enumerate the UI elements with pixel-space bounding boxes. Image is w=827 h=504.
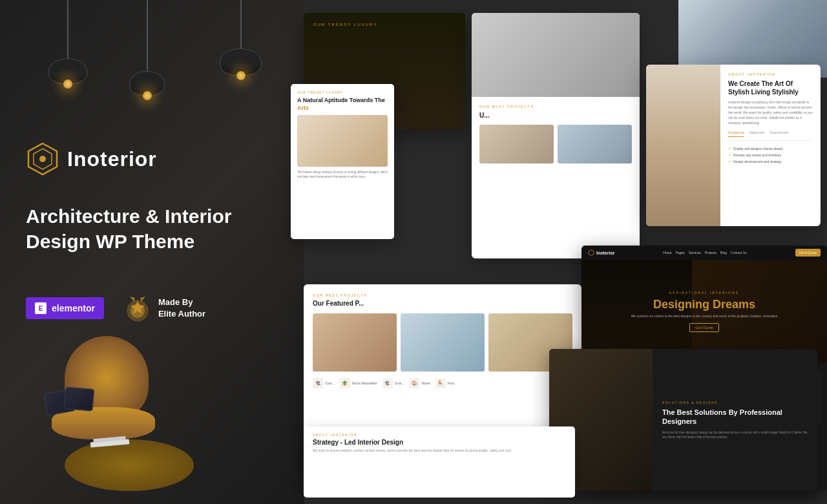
about-eyebrow: ABOUT INOTERIOR [728, 72, 813, 76]
lamp-shade-3 [220, 48, 262, 76]
white-screen-content: OUR BEST PROJECTS U... [472, 13, 640, 258]
lamp-bulb-3 [236, 71, 246, 80]
badges-area: E elementor Made By Elite Author [26, 294, 205, 322]
dark-nav-logo: Inoterior [588, 249, 614, 256]
solutions-description: We know for their designers design can b… [662, 430, 808, 439]
tab-approved[interactable]: Approved [749, 131, 764, 137]
featured-image-1 [313, 313, 397, 372]
white-screenshot-1: OUR BEST PROJECTS U... [472, 13, 640, 258]
strategy-screenshot: ABOUT INOTERIOR Strategy - Led Interior … [304, 426, 575, 498]
dark-hero-description: We connect our clients to the best desig… [631, 314, 778, 318]
light2-hero-image [297, 115, 388, 167]
check-item-1: Quality and designs checks deeply [728, 146, 813, 151]
feat-icon-box-3: 🏗 [382, 378, 393, 388]
about-right-content: ABOUT INOTERIOR We Create The Art Of Sty… [720, 65, 821, 226]
dark-nav: Inoterior Home Pages Services Projects B… [581, 246, 827, 260]
elite-author-badge: Made By Elite Author [123, 294, 205, 322]
tagline-line2: Design WP Theme [26, 229, 231, 254]
lamp-cord-1 [67, 0, 68, 58]
about-screenshot: ABOUT INOTERIOR We Create The Art Of Sty… [646, 65, 821, 226]
check-item-2: Periodic site review and timelines [728, 152, 813, 157]
featured-grid [313, 313, 572, 372]
lamp-3 [220, 0, 262, 76]
dark-hero-title: Designing Dreams [631, 298, 778, 312]
featured-eyebrow: OUR BEST PROJECTS [313, 293, 572, 297]
about-screen-content: ABOUT INOTERIOR We Create The Art Of Sty… [646, 65, 821, 226]
dark-nav-contact[interactable]: Contact Us [731, 251, 747, 255]
feat-icon-4: 🏠 Home [409, 378, 430, 388]
dark-nav-blog[interactable]: Blog [720, 251, 727, 255]
feat-icon-box-1: 🏗 [313, 378, 323, 388]
elementor-badge: E elementor [26, 297, 104, 319]
dark-nav-services[interactable]: Services [689, 251, 701, 255]
strategy-description: We work to ensure people's comfort at th… [313, 448, 566, 454]
dark-nav-pages[interactable]: Pages [676, 251, 685, 255]
solutions-title: The Best Solutions By Professional Desig… [662, 408, 808, 426]
check-item-3: Design development and strategy [728, 159, 813, 163]
light2-description: The Interior design industry focuses on … [297, 171, 388, 180]
strategy-title: Strategy - Led Interior Design [313, 439, 566, 446]
about-left-image [646, 65, 720, 226]
elite-text: Made By Elite Author [158, 297, 205, 320]
white-screen-grid [479, 125, 632, 163]
grid-image-1 [479, 125, 554, 163]
dark-nav-links: Home Pages Services Projects Blog Contac… [663, 251, 747, 255]
tab-designing[interactable]: Designing [728, 131, 744, 137]
light2-title: A Natural Aptitude Towards The Arts [297, 97, 388, 112]
elementor-text: elementor [52, 303, 95, 313]
featured-title: Our Featured P... [313, 300, 572, 307]
lamp-1 [48, 0, 87, 84]
lamp-shade-1 [48, 58, 87, 84]
elementor-icon: E [35, 302, 47, 314]
feat-icon-box-4: 🏠 [409, 378, 419, 388]
strategy-eyebrow: ABOUT INOTERIOR [313, 433, 566, 437]
solutions-screenshot: SOLUTIONS & DESIGNS The Best Solutions B… [549, 349, 817, 491]
logo-text: Inoterior [67, 147, 157, 171]
svg-marker-6 [589, 250, 594, 256]
dark-hero-cta-button[interactable]: Get A Quote [689, 323, 718, 332]
featured-image-2 [401, 313, 485, 372]
lamp-2 [129, 0, 165, 96]
lamp-cord-2 [147, 0, 148, 71]
lamp-bulb-2 [143, 91, 152, 100]
dark-hero-eyebrow: ASPIRATIONAL INTERIORS [631, 291, 778, 295]
solutions-screen-content: SOLUTIONS & DESIGNS The Best Solutions B… [549, 349, 817, 491]
tab-guaranteed[interactable]: Guaranteed [769, 131, 788, 137]
dark-nav-home[interactable]: Home [663, 251, 671, 255]
feat-icon-2: 🪴 Decor Decoration [340, 378, 377, 388]
solutions-right-content: SOLUTIONS & DESIGNS The Best Solutions B… [653, 349, 817, 491]
white-screen-title: U... [479, 111, 632, 120]
feat-icon-box-2: 🪴 [340, 378, 350, 388]
lamp-shade-2 [129, 71, 165, 96]
lamp-cord-3 [240, 0, 242, 48]
white-screen-content-block: OUR BEST PROJECTS U... [472, 97, 640, 171]
about-description: Inoterior design consultancy firm that b… [728, 100, 813, 125]
tagline-line1: Architecture & Interior [26, 204, 231, 229]
feat-icon-5: 🪑 Furn... [435, 378, 457, 388]
chair-illustration [0, 317, 271, 504]
feat-icon-3: 🏗 Cros... [382, 378, 404, 388]
strategy-screen-content: ABOUT INOTERIOR Strategy - Led Interior … [304, 426, 575, 460]
light2-eyebrow: OUR TRENDY LUXURY [297, 90, 388, 94]
dark-nav-cta-button[interactable]: Get A Quote [795, 249, 821, 257]
lamp-bulb-1 [63, 79, 72, 89]
about-title: We Create The Art Of Stylish Living Styl… [728, 79, 813, 96]
white-screen-hero-image [472, 13, 640, 97]
medal-icon [123, 294, 152, 322]
logo-icon [26, 142, 59, 176]
grid-image-2 [558, 125, 632, 163]
featured-icons-row: 🏗 Cros... 🪴 Decor Decoration 🏗 Cros... 🏠… [313, 378, 572, 388]
pillow-2 [64, 386, 95, 412]
light2-screen-content: OUR TRENDY LUXURY A Natural Aptitude Tow… [291, 84, 394, 239]
tagline: Architecture & Interior Design WP Theme [26, 204, 231, 254]
svg-point-2 [39, 156, 46, 162]
feat-icon-box-5: 🪑 [435, 378, 446, 388]
dark-nav-projects[interactable]: Projects [705, 251, 717, 255]
white-screen-eyebrow: OUR BEST PROJECTS [479, 105, 632, 109]
logo-area: Inoterior [26, 142, 157, 176]
content-area: OUR TRENDY LUXURY A Natural Aptitude Tow… [297, 0, 827, 504]
dark-hero-text: ASPIRATIONAL INTERIORS Designing Dreams … [631, 291, 778, 333]
about-tabs: Designing Approved Guaranteed [728, 131, 813, 141]
light-screenshot-2: OUR TRENDY LUXURY A Natural Aptitude Tow… [291, 84, 394, 239]
solutions-eyebrow: SOLUTIONS & DESIGNS [662, 401, 808, 404]
